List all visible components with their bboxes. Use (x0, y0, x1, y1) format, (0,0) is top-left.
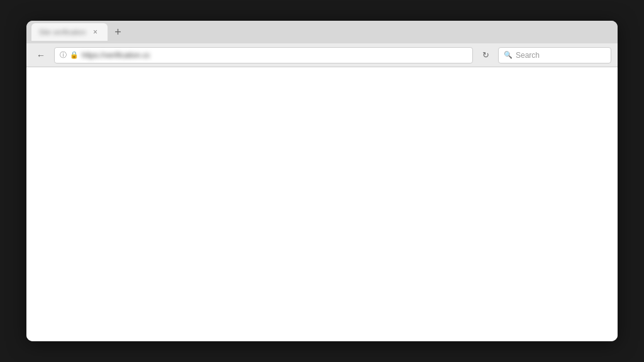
browser-tab[interactable]: Site verification × (31, 23, 108, 41)
search-icon: 🔍 (504, 51, 513, 59)
tab-title: Site verification (39, 28, 86, 36)
address-bar[interactable]: ⓘ 🔒 https://verification.cc (54, 47, 473, 63)
search-bar[interactable]: 🔍 Search (498, 47, 611, 63)
back-button[interactable]: ← (33, 47, 49, 63)
browser-window: Site verification × + ← ⓘ 🔒 https://veri… (26, 21, 618, 341)
lock-icon: 🔒 (70, 51, 79, 59)
nav-bar: ← ⓘ 🔒 https://verification.cc ↻ 🔍 Search (26, 43, 618, 67)
info-icon: ⓘ (60, 50, 67, 60)
reload-button[interactable]: ↻ (478, 48, 493, 63)
page-content (26, 67, 618, 341)
tab-group: Site verification × + (31, 23, 613, 41)
url-text: https://verification.cc (82, 51, 467, 60)
title-bar: Site verification × + (26, 21, 618, 43)
search-placeholder-text: Search (516, 51, 540, 60)
new-tab-button[interactable]: + (110, 24, 126, 40)
tab-close-button[interactable]: × (91, 28, 100, 36)
